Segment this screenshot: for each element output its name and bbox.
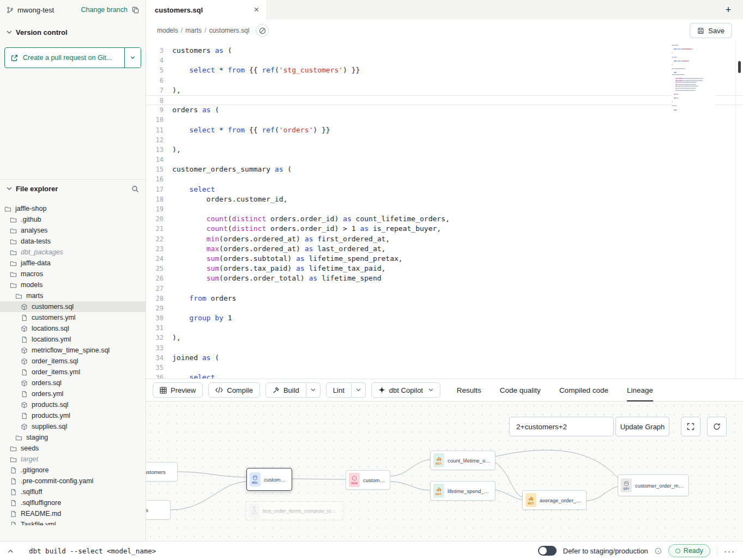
code-line-8[interactable]: 8: [146, 95, 743, 105]
copy-icon[interactable]: [132, 7, 139, 14]
breadcrumb-marts[interactable]: marts: [185, 27, 202, 34]
file-tree-item-.sqlfluffignore[interactable]: .sqlfluffignore: [0, 497, 146, 508]
code-line-3[interactable]: 3customers as (: [146, 46, 743, 56]
file-tree-item-Taskfile.yml[interactable]: Taskfile.yml: [0, 519, 146, 525]
lineage-node-test_order_items_compute_to_bools...[interactable]: TSTtest_order_items_compute_to_bools...: [245, 501, 344, 520]
file-tree-item-jaffle-shop[interactable]: jaffle-shop: [0, 203, 146, 214]
code-editor[interactable]: 3customers as (45 select * from {{ ref('…: [146, 41, 743, 379]
code-line-25[interactable]: 25 sum(orders.tax_paid) as lifetime_tax_…: [146, 264, 743, 273]
code-line-11[interactable]: 11 select * from {{ ref('orders') }}: [146, 125, 743, 135]
lint-dropdown-button[interactable]: [352, 382, 366, 398]
code-line-19[interactable]: 19: [146, 204, 743, 214]
version-control-header[interactable]: Version control: [0, 24, 146, 39]
lineage-node-lifetime_spend_pretax[interactable]: METlifetime_spend_pretax: [430, 481, 496, 501]
file-tree-item-orders.yml[interactable]: orders.yml: [0, 388, 146, 399]
file-tree-item-customers.yml[interactable]: customers.yml: [0, 312, 146, 323]
tab-results[interactable]: Results: [457, 379, 481, 401]
search-icon[interactable]: [131, 185, 139, 193]
lineage-node-count_lifetime_orders[interactable]: METcount_lifetime_orders: [430, 451, 496, 470]
lineage-node-orders[interactable]: MDLorders: [146, 500, 171, 520]
code-line-28[interactable]: 28 from orders: [146, 294, 743, 303]
file-tree-item-products.sql[interactable]: products.sql: [0, 399, 146, 410]
lineage-node-average_order_value[interactable]: METaverage_order_value: [522, 490, 587, 510]
code-line-23[interactable]: 23 max(orders.ordered_at) as last_ordere…: [146, 244, 743, 254]
create-pr-dropdown-button[interactable]: [124, 48, 141, 68]
lineage-filter-input[interactable]: [509, 417, 614, 436]
change-branch-link[interactable]: Change branch: [81, 6, 128, 14]
tab-code-quality[interactable]: Code quality: [500, 379, 541, 401]
lineage-node-customers[interactable]: MDLcustomers: [246, 468, 292, 491]
file-tree-item-supplies.sql[interactable]: supplies.sql: [0, 421, 146, 432]
file-tree-item-data-tests[interactable]: data-tests: [0, 236, 146, 247]
code-line-5[interactable]: 5 select * from {{ ref('stg_customers') …: [146, 65, 743, 75]
code-line-17[interactable]: 17 select: [146, 185, 743, 194]
code-line-7[interactable]: 7),: [146, 86, 743, 95]
new-tab-button[interactable]: +: [722, 4, 734, 16]
file-status-icon[interactable]: [256, 24, 269, 37]
file-tree-item-.sqlfluff[interactable]: .sqlfluff: [0, 486, 146, 497]
code-line-24[interactable]: 24 sum(orders.subtotal) as lifetime_spen…: [146, 254, 743, 264]
editor-minimap[interactable]: [672, 45, 715, 111]
file-tree-item-macros[interactable]: macros: [0, 269, 146, 279]
file-tree-item-orders.sql[interactable]: orders.sql: [0, 378, 146, 388]
file-tree-item-products.yml[interactable]: products.yml: [0, 410, 146, 421]
file-explorer-header[interactable]: File explorer: [0, 180, 146, 198]
code-line-12[interactable]: 12: [146, 135, 743, 145]
chevron-up-icon[interactable]: [8, 549, 14, 553]
file-tree-item-metricflow_time_spine.sql[interactable]: metricflow_time_spine.sql: [0, 345, 146, 356]
file-tree-item-marts[interactable]: marts: [0, 290, 146, 301]
code-line-4[interactable]: 4: [146, 56, 743, 65]
file-tree-item-.github[interactable]: .github: [0, 214, 146, 225]
code-line-20[interactable]: 20 count(distinct orders.order_id) as co…: [146, 214, 743, 224]
lint-button[interactable]: Lint: [326, 382, 352, 398]
lineage-node-customer_order_metrics[interactable]: QRYcustomer_order_metrics: [618, 474, 689, 496]
lineage-node-customers[interactable]: SEMcustomers: [346, 470, 390, 490]
code-line-30[interactable]: 30 group by 1: [146, 313, 743, 323]
code-line-14[interactable]: 14: [146, 155, 743, 165]
file-tree-item-order_items.yml[interactable]: order_items.yml: [0, 367, 146, 378]
build-dropdown-button[interactable]: [306, 382, 321, 398]
file-tree-item-.gitignore[interactable]: .gitignore: [0, 465, 146, 476]
dbt-copilot-button[interactable]: dbt Copilot: [371, 382, 440, 398]
code-line-36[interactable]: 36 select: [146, 373, 743, 379]
editor-scrollbar[interactable]: [738, 61, 741, 73]
code-line-34[interactable]: 34joined as (: [146, 353, 743, 363]
close-tab-icon[interactable]: ×: [254, 5, 259, 15]
code-line-16[interactable]: 16: [146, 174, 743, 184]
info-icon[interactable]: [655, 547, 662, 555]
code-line-22[interactable]: 22 min(orders.ordered_at) as first_order…: [146, 234, 743, 244]
code-line-6[interactable]: 6: [146, 76, 743, 86]
code-line-26[interactable]: 26 sum(orders.order_total) as lifetime_s…: [146, 273, 743, 283]
file-tree-item-dbt_packages[interactable]: dbt_packages: [0, 247, 146, 258]
code-line-21[interactable]: 21 count(distinct orders.order_id) > 1 a…: [146, 224, 743, 234]
code-line-29[interactable]: 29: [146, 303, 743, 313]
code-line-27[interactable]: 27: [146, 284, 743, 294]
compile-button[interactable]: Compile: [208, 382, 260, 398]
build-button[interactable]: Build: [265, 382, 306, 398]
file-tree-item-jaffle-data[interactable]: jaffle-data: [0, 258, 146, 269]
update-graph-button[interactable]: Update Graph: [615, 417, 669, 436]
preview-button[interactable]: Preview: [153, 382, 203, 398]
code-line-13[interactable]: 13),: [146, 145, 743, 155]
create-pr-button[interactable]: Create a pull request on Git...: [5, 48, 124, 68]
status-badge[interactable]: Ready: [668, 544, 710, 557]
lineage-node-stg_customers[interactable]: MDLstg_customers: [146, 462, 178, 482]
tab-lineage[interactable]: Lineage: [627, 379, 653, 401]
defer-toggle[interactable]: [538, 546, 557, 556]
file-tree-item-staging[interactable]: staging: [0, 432, 146, 443]
overflow-menu-icon[interactable]: ···: [724, 547, 735, 555]
code-line-31[interactable]: 31: [146, 323, 743, 333]
file-tree-item-target[interactable]: target: [0, 454, 146, 465]
file-tree-item-.pre-commit-config.yaml[interactable]: .pre-commit-config.yaml: [0, 476, 146, 486]
code-line-18[interactable]: 18 orders.customer_id,: [146, 194, 743, 204]
code-line-10[interactable]: 10: [146, 115, 743, 125]
file-tree-item-locations.yml[interactable]: locations.yml: [0, 334, 146, 345]
code-line-15[interactable]: 15customer_orders_summary as (: [146, 165, 743, 174]
fullscreen-icon[interactable]: [681, 417, 700, 436]
save-button[interactable]: Save: [690, 23, 732, 38]
file-tree-item-seeds[interactable]: seeds: [0, 443, 146, 454]
code-line-9[interactable]: 9orders as (: [146, 105, 743, 115]
code-line-32[interactable]: 32),: [146, 333, 743, 343]
breadcrumb-models[interactable]: models: [157, 27, 178, 34]
file-tree-item-order_items.sql[interactable]: order_items.sql: [0, 356, 146, 367]
